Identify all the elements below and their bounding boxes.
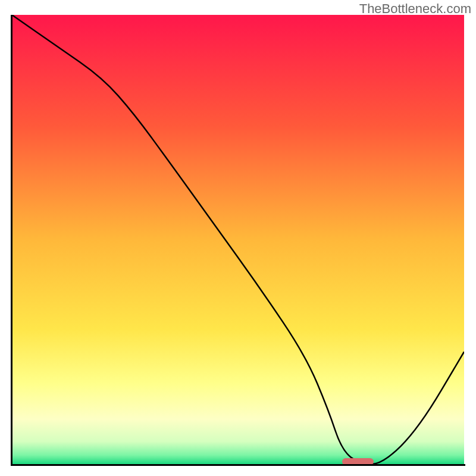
- y-axis-line: [11, 15, 12, 465]
- x-axis-line: [11, 464, 465, 466]
- plot-area: [12, 15, 464, 464]
- chart-curve: [12, 15, 464, 464]
- watermark-text: TheBottleneck.com: [359, 1, 471, 17]
